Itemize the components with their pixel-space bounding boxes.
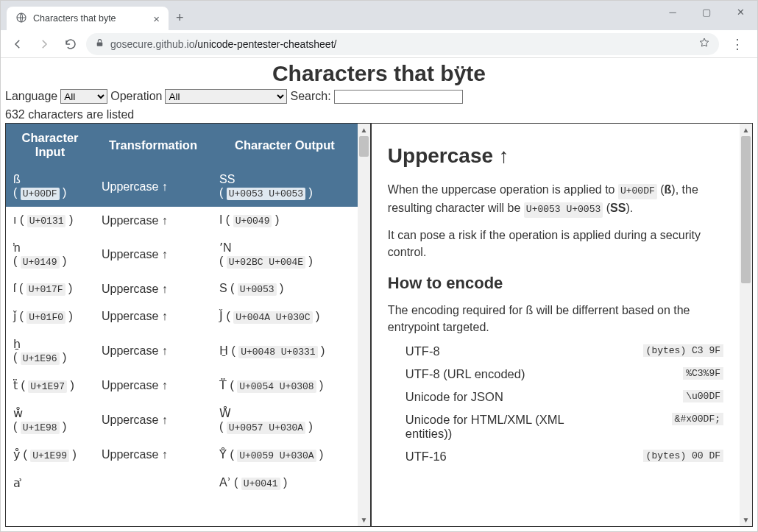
operation-label: Operation — [110, 90, 162, 103]
tab-strip: Characters that byte × + ─ ▢ ✕ — [1, 1, 757, 30]
bookmark-icon[interactable] — [698, 37, 710, 51]
search-label: Search: — [290, 90, 330, 103]
page-title: Characters that bÿte — [1, 61, 757, 86]
language-label: Language — [5, 90, 57, 103]
scroll-down-icon[interactable]: ▼ — [358, 514, 370, 526]
new-tab-button[interactable]: + — [176, 10, 184, 26]
encoding-row: Unicode for HTML/XML (XML entities))&#x0… — [405, 413, 723, 441]
window-close-button[interactable]: ✕ — [723, 1, 757, 23]
encoding-label: UTF-16 — [405, 450, 447, 464]
characters-table: Character Input Transformation Character… — [6, 124, 358, 497]
detail-h3: How to encode — [388, 274, 723, 293]
scroll-thumb[interactable] — [741, 136, 751, 283]
table-row[interactable]: ẗ ( U+1E97 )Uppercase ↑T̈ ( U+0054 U+030… — [6, 372, 358, 400]
detail-p2: It can pose a risk if the operation is a… — [388, 227, 723, 260]
table-row[interactable]: ǰ ( U+01F0 )Uppercase ↑J̌ ( U+004A U+030… — [6, 302, 358, 330]
encoding-row: UTF-8(bytes) C3 9F — [405, 344, 723, 358]
table-row[interactable]: ẙ ( U+1E99 )Uppercase ↑Y̊ ( U+0059 U+030… — [6, 441, 358, 469]
col-input: Character Input — [6, 124, 94, 166]
globe-icon — [15, 12, 27, 26]
lock-icon — [95, 38, 105, 50]
window-minimize-button[interactable]: ─ — [656, 1, 690, 23]
table-row[interactable]: ẚAʾ ( U+0041 ) — [6, 469, 358, 497]
encoding-label: UTF-8 (URL encoded) — [405, 367, 525, 381]
omnibox[interactable]: gosecure.github.io/unicode-pentester-che… — [86, 33, 719, 55]
browser-tab[interactable]: Characters that byte × — [7, 7, 169, 30]
encoding-value: (bytes) 00 DF — [643, 450, 723, 462]
back-button[interactable] — [7, 33, 29, 55]
table-row[interactable]: ẖ( U+1E96 )Uppercase ↑H̱ ( U+0048 U+0331… — [6, 330, 358, 372]
encoding-value: %C3%9F — [683, 367, 723, 380]
col-transformation: Transformation — [94, 124, 212, 166]
encoding-label: Unicode for JSON — [405, 390, 503, 404]
detail-p3: The encoding required for ß will be diff… — [388, 302, 723, 336]
window-maximize-button[interactable]: ▢ — [690, 1, 723, 23]
table-row[interactable]: ß( U+00DF )Uppercase ↑SS( U+0053 U+0053 … — [6, 166, 358, 207]
operation-select[interactable]: All — [165, 89, 287, 104]
language-select[interactable]: All — [60, 89, 107, 104]
detail-p1: When the uppercase operation is applied … — [388, 181, 723, 218]
forward-button[interactable] — [33, 33, 55, 55]
table-row[interactable]: ẘ( U+1E98 )Uppercase ↑W̊( U+0057 U+030A … — [6, 400, 358, 441]
encoding-row: UTF-16(bytes) 00 DF — [405, 450, 723, 464]
browser-menu-button[interactable]: ⋮ — [723, 36, 751, 52]
svg-rect-1 — [97, 42, 103, 46]
encoding-row: Unicode for JSON\u00DF — [405, 390, 723, 404]
scroll-up-icon[interactable]: ▲ — [358, 124, 370, 136]
encoding-value: &#x00DF; — [672, 413, 723, 425]
col-output: Character Output — [212, 124, 358, 166]
scroll-thumb[interactable] — [359, 136, 369, 157]
left-scrollbar[interactable]: ▲ ▼ — [358, 124, 370, 526]
table-row[interactable]: ſ ( U+017F )Uppercase ↑S ( U+0053 ) — [6, 275, 358, 302]
encoding-label: Unicode for HTML/XML (XML entities)) — [405, 413, 597, 441]
search-input[interactable] — [334, 90, 463, 104]
scroll-up-icon[interactable]: ▲ — [740, 124, 752, 136]
encoding-row: UTF-8 (URL encoded)%C3%9F — [405, 367, 723, 381]
encoding-value: \u00DF — [683, 390, 723, 402]
url-text: gosecure.github.io/unicode-pentester-che… — [110, 38, 336, 50]
scroll-down-icon[interactable]: ▼ — [740, 514, 752, 526]
table-row[interactable]: ŉ( U+0149 )Uppercase ↑ʼN( U+02BC U+004E … — [6, 234, 358, 275]
encoding-label: UTF-8 — [405, 344, 440, 358]
close-icon[interactable]: × — [153, 13, 160, 24]
detail-heading: Uppercase ↑ — [388, 144, 723, 168]
reload-button[interactable] — [60, 33, 82, 55]
filter-controls: Language All Operation All Search: — [1, 88, 757, 105]
result-count: 632 characters are listed — [1, 105, 757, 123]
table-row[interactable]: ı ( U+0131 )Uppercase ↑I ( U+0049 ) — [6, 207, 358, 234]
address-bar: gosecure.github.io/unicode-pentester-che… — [1, 30, 757, 58]
right-scrollbar[interactable]: ▲ ▼ — [740, 124, 752, 526]
detail-panel: Uppercase ↑ When the uppercase operation… — [372, 124, 740, 526]
tab-title: Characters that byte — [33, 13, 147, 24]
encoding-value: (bytes) C3 9F — [643, 344, 723, 357]
